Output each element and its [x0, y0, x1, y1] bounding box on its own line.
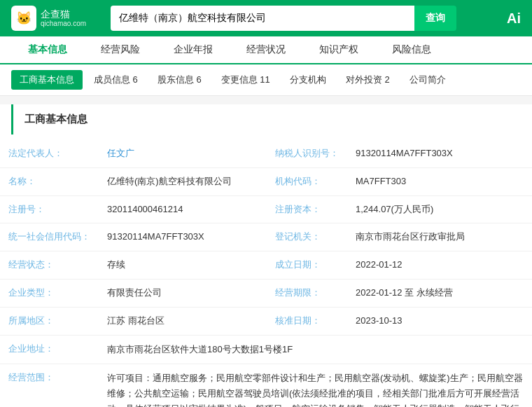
- field-value-right: MA7FFT303: [347, 167, 532, 195]
- subtab-changes[interactable]: 变更信息 11: [213, 70, 279, 90]
- header-ai-label: Ai: [465, 11, 521, 27]
- logo-icon: 🐱: [11, 6, 36, 31]
- tab-business-status[interactable]: 经营状况: [230, 36, 302, 63]
- field-label-right: 登记机关：: [267, 223, 347, 251]
- subtab-members[interactable]: 成员信息 6: [85, 70, 146, 90]
- table-row: 注册号： 320114000461214 注册资本： 1,244.07(万人民币…: [0, 195, 532, 223]
- content-area: 工商基本信息 法定代表人： 任文广 纳税人识别号： 91320114MA7FFT…: [0, 104, 532, 407]
- tab-business-risk[interactable]: 经营风险: [84, 36, 157, 63]
- logo-area: 🐱 企查猫 qichamao.com: [11, 6, 102, 31]
- field-label: 名称：: [0, 167, 99, 195]
- field-value-right: 2022-01-12: [347, 251, 532, 280]
- tab-annual-report[interactable]: 企业年报: [157, 36, 230, 63]
- field-value: 320114000461214: [99, 195, 267, 223]
- logo-sub: qichamao.com: [41, 20, 86, 28]
- tab-ip[interactable]: 知识产权: [302, 36, 375, 63]
- field-value: 江苏 雨花台区: [99, 307, 267, 335]
- field-label-right: 成立日期：: [267, 251, 347, 280]
- field-label: 企业地址：: [0, 335, 99, 364]
- field-value-right: 1,244.07(万人民币): [347, 195, 532, 223]
- field-label-right: 经营期限：: [267, 279, 347, 307]
- field-value-right: 91320114MA7FFT303X: [347, 140, 532, 167]
- field-value: 存续: [99, 251, 267, 280]
- field-label-right: 机构代码：: [267, 167, 347, 195]
- header: 🐱 企查猫 qichamao.com 查询 Ai: [0, 0, 532, 36]
- field-label-right: 注册资本：: [267, 195, 347, 223]
- field-label: 所属地区：: [0, 307, 99, 335]
- logo-name: 企查猫: [41, 8, 86, 20]
- field-label: 统一社会信用代码：: [0, 223, 99, 251]
- tab-basic-info[interactable]: 基本信息: [11, 36, 84, 63]
- sub-tabs: 工商基本信息 成员信息 6 股东信息 6 变更信息 11 分支机构 对外投资 2…: [0, 64, 532, 96]
- table-row: 名称： 亿维特(南京)航空科技有限公司 机构代码： MA7FFT303: [0, 167, 532, 195]
- field-label: 企业类型：: [0, 279, 99, 307]
- table-row: 经营状态： 存续 成立日期： 2022-01-12: [0, 251, 532, 280]
- field-value: 91320114MA7FFT303X: [99, 223, 267, 251]
- field-value: 任文广: [99, 140, 267, 167]
- table-row: 企业地址： 南京市雨花台区软件大道180号大数据1号楼1F: [0, 335, 532, 364]
- field-label: 经营范围：: [0, 364, 99, 407]
- tab-risk-info[interactable]: 风险信息: [375, 36, 448, 63]
- subtab-intro[interactable]: 公司简介: [401, 70, 454, 90]
- section-title: 工商基本信息: [11, 104, 521, 134]
- field-value-right: 南京市雨花台区行政审批局: [347, 223, 532, 251]
- info-table: 法定代表人： 任文广 纳税人识别号： 91320114MA7FFT303X 名称…: [0, 140, 532, 407]
- field-value: 有限责任公司: [99, 279, 267, 307]
- table-row: 统一社会信用代码： 91320114MA7FFT303X 登记机关： 南京市雨花…: [0, 223, 532, 251]
- table-row: 所属地区： 江苏 雨花台区 核准日期： 2023-10-13: [0, 307, 532, 335]
- table-row: 企业类型： 有限责任公司 经营期限： 2022-01-12 至 永续经营: [0, 279, 532, 307]
- search-button[interactable]: 查询: [414, 6, 456, 31]
- subtab-investments[interactable]: 对外投资 2: [337, 70, 398, 90]
- field-label-right: 纳税人识别号：: [267, 140, 347, 167]
- search-area: 查询: [111, 6, 456, 31]
- search-input[interactable]: [111, 6, 414, 31]
- field-value: 亿维特(南京)航空科技有限公司: [99, 167, 267, 195]
- subtab-branches[interactable]: 分支机构: [281, 70, 335, 90]
- nav-tabs: 基本信息 经营风险 企业年报 经营状况 知识产权 风险信息: [0, 36, 532, 64]
- subtab-shareholders[interactable]: 股东信息 6: [149, 70, 210, 90]
- subtab-bizinfo[interactable]: 工商基本信息: [11, 70, 83, 90]
- field-label: 经营状态：: [0, 251, 99, 280]
- field-label-right: 核准日期：: [267, 307, 347, 335]
- table-row: 经营范围： 许可项目：通用航空服务；民用航空零部件设计和生产；民用航空器(发动机…: [0, 364, 532, 407]
- field-value: 南京市雨花台区软件大道180号大数据1号楼1F: [99, 335, 532, 364]
- table-row: 法定代表人： 任文广 纳税人识别号： 91320114MA7FFT303X: [0, 140, 532, 167]
- field-label: 注册号：: [0, 195, 99, 223]
- field-value-right: 2023-10-13: [347, 307, 532, 335]
- field-value-right: 2022-01-12 至 永续经营: [347, 279, 532, 307]
- field-value: 许可项目：通用航空服务；民用航空零部件设计和生产；民用航空器(发动机、螺旋桨)生…: [99, 364, 532, 407]
- field-label: 法定代表人：: [0, 140, 99, 167]
